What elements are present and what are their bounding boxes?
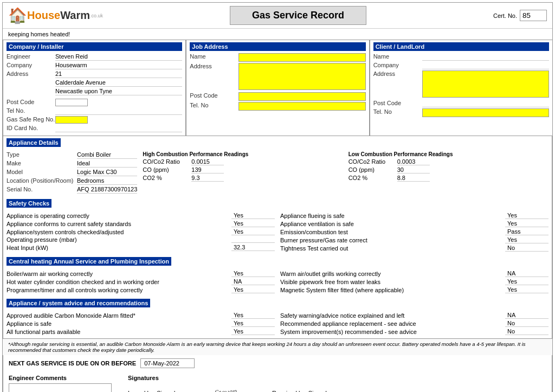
safety-header: Safety Checks [7, 199, 51, 208]
appliance-fields: Type Combi Boiler Make Ideal Model Logic… [7, 151, 137, 195]
issued-signature: ~Steven [191, 383, 256, 392]
safety-pressure: Operating pressure (mbar) [7, 236, 275, 243]
safety-tightness: Tightness Test carried out No [280, 245, 548, 252]
job-section: Job Address Name Address Post Code Tel. … [186, 40, 369, 136]
tel-field: Tel No. [7, 107, 182, 115]
job-address-field: Address [190, 63, 365, 90]
safety-ventilation: Appliance ventilation is safe Yes [280, 220, 548, 227]
advice-replacement: Recommended appliance replacement - see … [280, 320, 548, 327]
logo-co: .co.uk [90, 13, 103, 18]
advice-section: Appliance / system advice and recommenda… [3, 297, 552, 338]
engineer-comments-area: Engineer Comments [9, 375, 117, 392]
disclaimer: *Although regular servicing is essential… [3, 338, 552, 355]
appliance-serial: Serial No. AFQ 21887300970123 [7, 186, 137, 194]
central-section: Central heating Annual Service and Plumb… [3, 255, 552, 297]
safety-left: Appliance is operating correctly Yes App… [7, 212, 275, 253]
signatures-area: Signatures Issued by: Signed ~Steven Pri… [128, 375, 546, 392]
next-service-label: NEXT GAS SERVICE IS DUE ON OR BEFORE [9, 360, 136, 367]
received-block: Received by: Signed Print Name: [272, 383, 378, 392]
client-section: Client / LandLord Name Company Address P… [370, 40, 552, 136]
company-field: Company Housewarm [7, 62, 182, 69]
cert-number-area: Cert. No. [493, 10, 547, 21]
company-header: Company / Installer [7, 42, 182, 51]
appliance-model: Model Logic Max C30 [7, 169, 137, 176]
central-left: Boiler/warm air working correctly Yes Ho… [7, 270, 275, 294]
advice-functional-parts: All functional parts available Yes [7, 328, 275, 335]
advice-co-alarm: Approved audible Carbon Monoxide Alarm f… [7, 312, 275, 319]
client-postcode-field: Post Code [373, 100, 549, 107]
id-card-field: ID Card No. [7, 125, 182, 132]
low-co-ppm: CO (ppm) 30 [349, 166, 548, 173]
address-field: Address 21 [7, 70, 182, 78]
appliance-type: Type Combi Boiler [7, 151, 137, 159]
central-hot-water: Hot water cylinder condition checked and… [7, 278, 275, 285]
high-co-ppm: CO (ppm) 139 [143, 166, 343, 173]
tagline: keeping homes heated! [3, 29, 552, 40]
received-signed-label: Received by: Signed [272, 390, 332, 393]
engineer-comments-input[interactable] [9, 383, 112, 392]
central-warm-air: Warm air/outlet grills working correctly… [280, 270, 548, 277]
issued-block: Issued by: Signed ~Steven Print Name: [128, 383, 256, 392]
client-tel-field: Tel. No [373, 108, 549, 117]
job-header: Job Address [190, 42, 365, 51]
client-company-field: Company [373, 62, 549, 69]
central-pipework: Visible pipework free from water leaks Y… [280, 278, 548, 285]
high-co-co2-ratio: CO/Co2 Ratio 0.0015 [143, 158, 343, 165]
advice-improvements: System improvement(s) recommended - see … [280, 328, 548, 335]
next-service-area: NEXT GAS SERVICE IS DUE ON OR BEFORE [3, 355, 552, 371]
advice-appliance-safe: Appliance is safe Yes [7, 320, 275, 327]
appliance-location: Location (Position/Room) Bedrooms [7, 177, 137, 185]
advice-header: Appliance / system advice and recommenda… [7, 299, 150, 307]
bottom-section: Engineer Comments Signatures Issued by: … [3, 371, 552, 392]
client-header: Client / LandLord [373, 42, 549, 51]
signatures-title: Signatures [128, 375, 546, 381]
cert-label: Cert. No. [493, 12, 517, 19]
logo-warm: Warm [60, 9, 90, 22]
cert-number-input[interactable] [520, 10, 547, 21]
safety-right: Appliance flueing is safe Yes Appliance … [280, 212, 548, 253]
issued-signed-label: Issued by: Signed [128, 390, 188, 393]
appliance-section: Appliance Details Type Combi Boiler Make… [3, 136, 552, 197]
safety-flueing: Appliance flueing is safe Yes [280, 212, 548, 219]
central-magnetic: Magnetic System filter fitted (where app… [280, 286, 548, 293]
company-section: Company / Installer Engineer Steven Reid… [3, 40, 186, 136]
advice-right: Safety warning/advice notice explained a… [280, 312, 548, 336]
high-co2: CO2 % 9.3 [143, 175, 343, 182]
central-programmer: Programmer/timer and all controls workin… [7, 286, 275, 293]
job-name-field: Name [190, 53, 365, 62]
received-signature [335, 383, 378, 392]
logo: 🏠 HouseWarm.co.uk [8, 7, 103, 24]
page-title: Gas Service Record [230, 6, 366, 25]
central-boiler: Boiler/warm air working correctly Yes [7, 270, 275, 277]
page-header: 🏠 HouseWarm.co.uk Gas Service Record Cer… [3, 3, 552, 29]
appliance-header: Appliance Details [7, 138, 61, 147]
logo-house: House [27, 9, 60, 22]
safety-operating: Appliance is operating correctly Yes [7, 212, 275, 219]
central-header: Central heating Annual Service and Plumb… [7, 257, 171, 266]
central-right: Warm air/outlet grills working correctly… [280, 270, 548, 294]
job-tel-field: Tel. No [190, 102, 365, 111]
address-line3-field: Newcastle upon Tyne [7, 88, 182, 95]
advice-left: Approved audible Carbon Monoxide Alarm f… [7, 312, 275, 336]
gas-safe-field: Gas Safe Reg No. [7, 116, 182, 124]
client-name-field: Name [373, 53, 549, 61]
safety-emission: Emission/combustion test Pass [280, 228, 548, 235]
low-co-co2-ratio: CO/Co2 Ratio 0.0003 [349, 158, 548, 165]
advice-safety-warning: Safety warning/advice notice explained a… [280, 312, 548, 319]
next-service-date-input[interactable] [140, 358, 195, 368]
safety-section: Safety Checks Appliance is operating cor… [3, 197, 552, 255]
safety-controls: Appliance/system controls checked/adjust… [7, 228, 275, 235]
postcode-field: Post Code [7, 99, 182, 106]
high-combustion: High Combustion Performance Readings CO/… [143, 151, 343, 195]
high-combustion-title: High Combustion Performance Readings [143, 151, 343, 157]
low-combustion-title: Low Combustion Performance Readings [349, 151, 548, 157]
low-co2: CO2 % 8.8 [349, 175, 548, 182]
engineer-field: Engineer Steven Reid [7, 53, 182, 61]
address-line2-field: Calderdale Avenue [7, 79, 182, 87]
client-address-field: Address [373, 70, 549, 98]
safety-burner: Burner pressure/Gas rate correct Yes [280, 236, 548, 243]
appliance-make: Make Ideal [7, 160, 137, 168]
low-combustion: Low Combustion Performance Readings CO/C… [349, 151, 548, 195]
safety-heat-input: Heat Input (kW) 32.3 [7, 244, 275, 251]
safety-conforms: Appliance conforms to current safety sta… [7, 220, 275, 227]
